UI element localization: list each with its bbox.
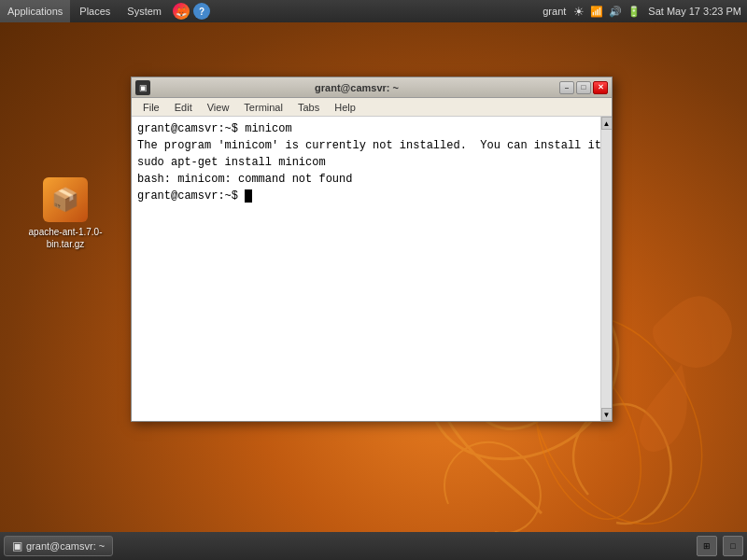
window-controls: – □ ✕ [559, 81, 608, 94]
scrollbar-track[interactable] [601, 130, 613, 408]
terminal-btn-label: grant@camsvr: ~ [26, 540, 105, 552]
scrollbar-up-button[interactable]: ▲ [601, 117, 613, 130]
maximize-button[interactable]: □ [576, 81, 591, 94]
menu-tabs[interactable]: Tabs [290, 98, 327, 117]
taskbar-top: Applications Places System 🦊 ? grant ☀ 📶… [0, 0, 747, 22]
terminal-line-1: The program 'minicom' is currently not i… [137, 137, 595, 154]
terminal-window: ▣ grant@camsvr: ~ – □ ✕ File Edit View T… [131, 77, 613, 422]
menu-places[interactable]: Places [72, 0, 118, 22]
desktop-icon-label: apache-ant-1.7.0-bin.tar.gz [29, 226, 103, 250]
taskbar-menus: Applications Places System [0, 0, 169, 22]
terminal-line-0: grant@camsvr:~$ minicom [137, 120, 595, 137]
taskbar-bottom: ▣ grant@camsvr: ~ ⊞ □ [0, 532, 747, 560]
desktop: Applications Places System 🦊 ? grant ☀ 📶… [0, 0, 747, 560]
terminal-window-icon: ▣ [135, 80, 150, 95]
taskbar-terminal-button[interactable]: ▣ grant@camsvr: ~ [4, 536, 113, 556]
terminal-cursor [245, 189, 252, 203]
layout-grid-button[interactable]: ⊞ [697, 536, 717, 556]
apache-ant-icon: 📦 [43, 177, 88, 222]
scrollbar-down-button[interactable]: ▼ [601, 408, 613, 421]
layout-single-button[interactable]: □ [723, 536, 743, 556]
terminal-scrollbar[interactable]: ▲ ▼ [600, 117, 612, 421]
taskbar-right: grant ☀ 📶 🔊 🔋 Sat May 17 3:23 PM [543, 5, 747, 19]
username: grant [543, 6, 566, 17]
terminal-line-2: sudo apt-get install minicom [137, 154, 595, 171]
terminal-titlebar[interactable]: ▣ grant@camsvr: ~ – □ ✕ [132, 77, 612, 98]
menu-applications[interactable]: Applications [0, 0, 70, 22]
terminal-body: grant@camsvr:~$ minicom The program 'min… [132, 117, 612, 421]
brightness-icon[interactable]: ☀ [573, 5, 585, 19]
menu-help[interactable]: Help [327, 98, 363, 117]
system-tray: ☀ 📶 🔊 🔋 [573, 5, 641, 19]
menu-file[interactable]: File [135, 98, 167, 117]
menu-system[interactable]: System [120, 0, 169, 22]
close-button[interactable]: ✕ [593, 81, 608, 94]
firefox-icon[interactable]: 🦊 [173, 3, 190, 20]
menu-view[interactable]: View [200, 98, 237, 117]
battery-icon[interactable]: 🔋 [627, 6, 641, 18]
app-launcher-icons: 🦊 ? [173, 3, 210, 20]
menu-edit[interactable]: Edit [167, 98, 200, 117]
minimize-button[interactable]: – [559, 81, 574, 94]
taskbar-bottom-right: ⊞ □ [697, 536, 743, 556]
datetime: Sat May 17 3:23 PM [648, 6, 741, 17]
terminal-window-title: grant@camsvr: ~ [154, 82, 559, 93]
terminal-icon: ▣ [12, 539, 22, 553]
menu-terminal[interactable]: Terminal [236, 98, 290, 117]
network-icon[interactable]: 📶 [590, 6, 603, 18]
terminal-content[interactable]: grant@camsvr:~$ minicom The program 'min… [132, 117, 600, 421]
terminal-line-3: bash: minicom: command not found [137, 171, 595, 188]
volume-icon[interactable]: 🔊 [609, 6, 622, 18]
desktop-icon-apache-ant[interactable]: 📦 apache-ant-1.7.0-bin.tar.gz [28, 177, 103, 250]
terminal-menubar: File Edit View Terminal Tabs Help [132, 98, 612, 117]
help-icon[interactable]: ? [193, 3, 210, 20]
terminal-line-4: grant@camsvr:~$ [137, 188, 595, 204]
